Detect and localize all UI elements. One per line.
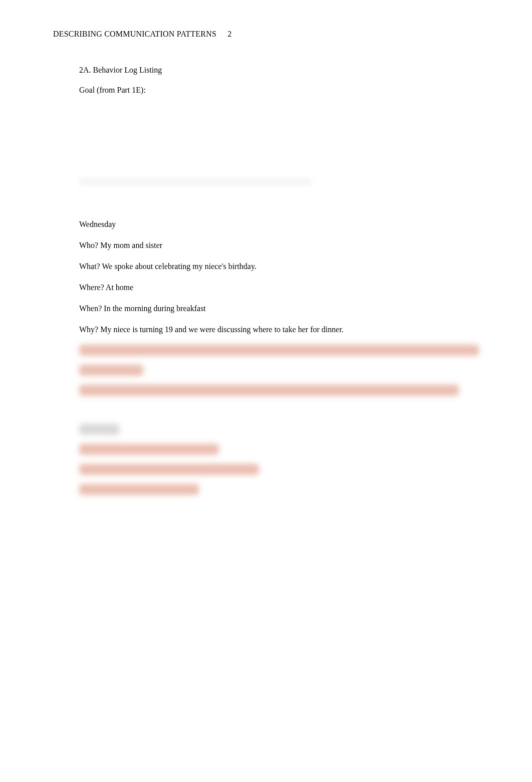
redacted-day [79,424,119,435]
redacted-line [79,444,219,455]
log-entry-wednesday: Wednesday Who? My mom and sister What? W… [79,218,479,396]
entry-when: When? In the morning during breakfast [79,303,479,315]
document-page: DESCRIBING COMMUNICATION PATTERNS 2 2A. … [0,0,532,495]
log-entry-thursday-redacted [79,424,479,495]
spacer [79,410,479,424]
running-head-text: DESCRIBING COMMUNICATION PATTERNS [53,30,216,38]
entry-who: Who? My mom and sister [79,239,479,251]
page-number: 2 [227,28,231,40]
redacted-line [79,464,259,475]
running-head: DESCRIBING COMMUNICATION PATTERNS 2 [53,28,479,40]
document-body: 2A. Behavior Log Listing Goal (from Part… [53,64,479,495]
redacted-goal-content [79,176,311,188]
section-title: 2A. Behavior Log Listing [79,64,479,76]
goal-label: Goal (from Part 1E): [79,84,479,96]
entry-day: Wednesday [79,218,479,230]
entry-what: What? We spoke about celebrating my niec… [79,260,479,273]
redacted-line [79,385,459,396]
redacted-line [79,365,143,376]
entry-where: Where? At home [79,282,479,294]
redacted-line [79,484,199,495]
entry-why: Why? My niece is turning 19 and we were … [79,324,479,336]
redacted-line [79,345,479,356]
